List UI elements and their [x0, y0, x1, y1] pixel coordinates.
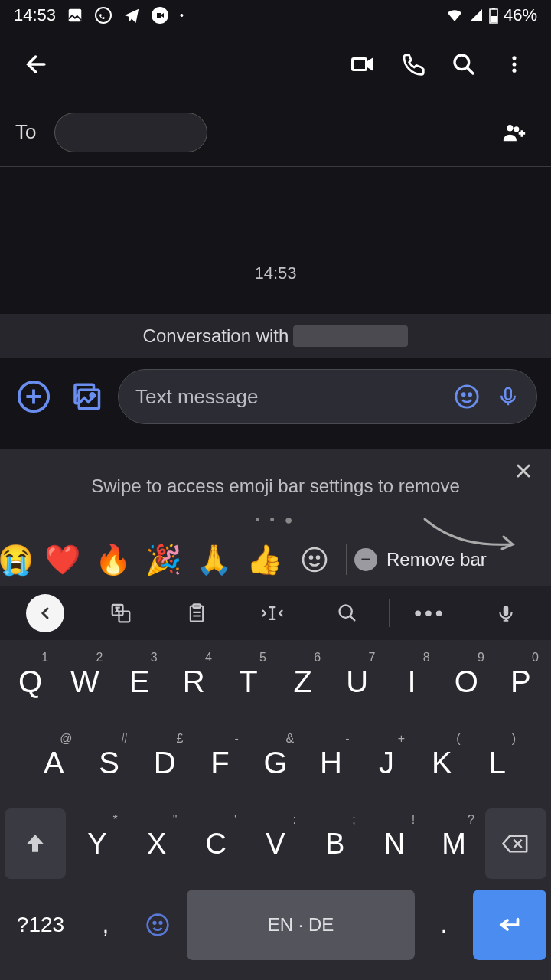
key-s[interactable]: S# [83, 727, 135, 798]
key-hint: + [398, 732, 405, 746]
keyboard-toolbar: ••• [0, 586, 551, 640]
key-hint: 6 [314, 651, 321, 665]
gallery-icon [67, 7, 83, 24]
key-hint: 3 [151, 651, 158, 665]
key-c[interactable]: C' [187, 808, 244, 879]
key-g[interactable]: G& [249, 727, 302, 798]
key-symbols[interactable]: ?123 [5, 890, 77, 960]
key-shift[interactable] [5, 808, 66, 879]
svg-point-22 [310, 557, 312, 559]
svg-point-16 [90, 394, 94, 397]
key-z[interactable]: Z6 [277, 646, 328, 717]
to-label: To [15, 120, 36, 144]
key-period[interactable]: . [421, 890, 467, 960]
key-x[interactable]: X" [129, 808, 185, 879]
svg-point-19 [469, 394, 471, 396]
key-q[interactable]: Q1 [5, 646, 56, 717]
video-call-button[interactable] [341, 43, 384, 86]
kb-text-select-button[interactable] [237, 586, 307, 640]
key-o[interactable]: O9 [441, 646, 492, 717]
key-m[interactable]: M? [425, 808, 482, 879]
emoji-picker-button[interactable] [454, 384, 480, 410]
svg-rect-0 [69, 9, 82, 22]
key-d[interactable]: D£ [139, 727, 191, 798]
key-hint: 8 [423, 651, 430, 665]
kb-more-button[interactable]: ••• [396, 586, 465, 640]
key-space[interactable]: EN · DE [187, 890, 415, 960]
kb-collapse-button[interactable] [11, 586, 80, 640]
svg-point-9 [512, 62, 516, 66]
key-hint: " [173, 813, 178, 827]
key-t[interactable]: T5 [223, 646, 274, 717]
back-button[interactable] [15, 43, 58, 86]
emoji-fire[interactable]: 🔥 [89, 539, 136, 580]
tip-text: Swipe to access emoji bar settings to re… [0, 475, 551, 497]
emoji-thumbsup[interactable]: 👍 [240, 539, 288, 580]
key-hint: ( [456, 732, 460, 746]
svg-rect-5 [492, 8, 495, 9]
emoji-heart[interactable]: ❤️ [38, 539, 86, 580]
key-hint: 4 [205, 651, 212, 665]
key-hint: - [234, 732, 238, 746]
key-hint: & [286, 732, 295, 746]
key-l[interactable]: L) [471, 727, 523, 798]
key-a[interactable]: A@ [28, 727, 80, 798]
tip-close-button[interactable] [513, 460, 534, 482]
key-y[interactable]: Y* [69, 808, 126, 879]
key-p[interactable]: P0 [495, 646, 546, 717]
key-e[interactable]: E3 [113, 646, 165, 717]
recipient-chip[interactable] [54, 113, 207, 152]
key-k[interactable]: K( [416, 727, 468, 798]
banner-contact-redacted [293, 325, 408, 347]
more-options-button[interactable] [493, 43, 536, 86]
key-n[interactable]: N! [367, 808, 423, 879]
emoji-party[interactable]: 🎉 [139, 539, 187, 580]
kb-search-button[interactable] [313, 586, 383, 640]
battery-icon [488, 7, 499, 24]
kb-translate-button[interactable] [86, 586, 156, 640]
add-recipient-button[interactable] [493, 111, 536, 154]
key-hint: @ [60, 732, 72, 746]
emoji-more-button[interactable] [291, 539, 338, 580]
tip-arrow-icon [421, 515, 520, 554]
emoji-bar-tip: Swipe to access emoji bar settings to re… [0, 449, 551, 533]
key-b[interactable]: B; [307, 808, 364, 879]
key-j[interactable]: J+ [360, 727, 412, 798]
key-i[interactable]: I8 [386, 646, 437, 717]
conversation-banner: Conversation with [0, 314, 551, 358]
add-attachment-button[interactable] [14, 377, 54, 416]
key-enter[interactable] [473, 890, 546, 960]
key-w[interactable]: W2 [59, 646, 110, 717]
search-button[interactable] [442, 43, 485, 86]
kb-mic-button[interactable] [471, 586, 540, 640]
wifi-icon [445, 8, 464, 23]
message-input[interactable]: Text message [118, 369, 537, 424]
keyboard-panel: Swipe to access emoji bar settings to re… [0, 449, 551, 980]
key-backspace[interactable] [485, 808, 546, 879]
svg-rect-25 [119, 612, 130, 622]
message-placeholder: Text message [135, 385, 443, 409]
emoji-pray[interactable]: 🙏 [190, 539, 237, 580]
battery-percent: 46% [504, 5, 537, 25]
key-emoji[interactable] [135, 890, 181, 960]
key-f[interactable]: F- [194, 727, 246, 798]
gallery-attachment-button[interactable] [66, 377, 106, 416]
key-u[interactable]: U7 [331, 646, 383, 717]
svg-point-1 [96, 8, 111, 23]
voice-call-button[interactable] [392, 43, 435, 86]
emoji-cry[interactable]: 😭 [0, 539, 35, 580]
voice-input-button[interactable] [497, 385, 520, 408]
key-hint: 5 [259, 651, 266, 665]
key-hint: 9 [478, 651, 484, 665]
key-h[interactable]: H- [305, 727, 357, 798]
key-hint: 1 [41, 651, 48, 665]
key-hint: £ [176, 732, 183, 746]
svg-rect-20 [505, 388, 511, 400]
key-hint: ' [234, 813, 236, 827]
key-v[interactable]: V: [247, 808, 304, 879]
banner-text: Conversation with [143, 325, 289, 347]
svg-point-18 [462, 394, 465, 396]
kb-clipboard-button[interactable] [161, 586, 231, 640]
key-r[interactable]: R4 [168, 646, 220, 717]
key-comma[interactable]: , [83, 890, 129, 960]
